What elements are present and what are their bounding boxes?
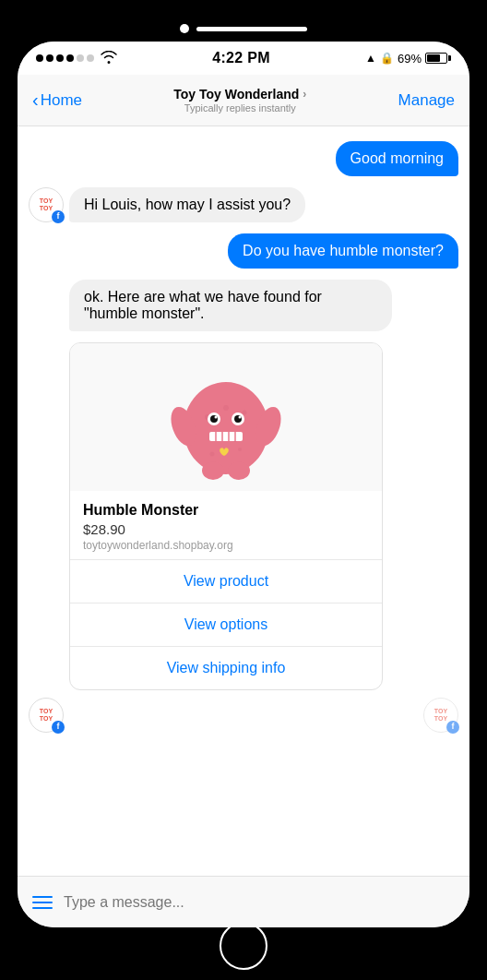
product-card: Humble Monster $28.90 toytoywonderland.s… bbox=[69, 342, 383, 690]
notch-dot bbox=[180, 24, 189, 33]
battery-icon bbox=[425, 53, 451, 64]
signal-area bbox=[36, 51, 117, 66]
top-notch bbox=[161, 16, 326, 42]
monster-illustration bbox=[161, 353, 291, 482]
view-options-button[interactable]: View options bbox=[70, 604, 382, 647]
facebook-badge: f bbox=[52, 210, 65, 223]
message-row-2: TOYTOY f Hi Louis, how may I assist you? bbox=[29, 187, 458, 222]
message-input-bar bbox=[18, 876, 469, 927]
bot-bubble-2: ok. Here are what we have found for "hum… bbox=[69, 280, 392, 331]
notch-bar bbox=[196, 27, 307, 31]
battery-percent: 69% bbox=[398, 52, 422, 66]
svg-rect-16 bbox=[209, 432, 243, 441]
bot-bubble-1: Hi Louis, how may I assist you? bbox=[69, 187, 305, 222]
navigation-bar: ‹ Home Toy Toy Wonderland › Typically re… bbox=[18, 75, 469, 126]
user-bubble-1: Good morning bbox=[336, 141, 458, 176]
menu-line-1 bbox=[32, 896, 53, 898]
menu-line-3 bbox=[32, 907, 53, 909]
signal-dot-2 bbox=[46, 54, 53, 62]
signal-dot-4 bbox=[66, 54, 74, 62]
view-product-button[interactable]: View product bbox=[70, 560, 382, 604]
location-icon: ▲ bbox=[365, 52, 376, 65]
svg-point-15 bbox=[239, 416, 242, 419]
menu-line-2 bbox=[32, 902, 53, 903]
product-info: Humble Monster $28.90 toytoywonderland.s… bbox=[70, 491, 382, 560]
bot-avatar-2: TOYTOY f bbox=[29, 698, 64, 733]
nav-center: Toy Toy Wonderland › Typically replies i… bbox=[173, 87, 306, 114]
home-indicator-area bbox=[220, 927, 267, 964]
back-chevron-icon: ‹ bbox=[32, 90, 39, 111]
view-shipping-button[interactable]: View shipping info bbox=[70, 647, 382, 689]
svg-point-6 bbox=[238, 448, 242, 451]
product-url: toytoywonderland.shopbay.org bbox=[83, 539, 369, 552]
nav-title: Toy Toy Wonderland › bbox=[173, 87, 306, 102]
status-bar: 4:22 PM ▲ 🔒 69% bbox=[18, 42, 469, 75]
status-right-area: ▲ 🔒 69% bbox=[365, 52, 451, 66]
product-name: Humble Monster bbox=[83, 502, 369, 519]
status-time: 4:22 PM bbox=[212, 50, 270, 66]
signal-dot-5 bbox=[77, 54, 84, 62]
svg-point-5 bbox=[210, 452, 215, 457]
svg-point-12 bbox=[215, 416, 218, 419]
nav-chevron-icon: › bbox=[303, 88, 306, 101]
svg-point-21 bbox=[202, 461, 224, 480]
phone-screen: 4:22 PM ▲ 🔒 69% ‹ Home To bbox=[18, 42, 469, 927]
signal-dot-3 bbox=[56, 54, 64, 62]
message-row-3: Do you have humble monster? bbox=[29, 233, 458, 269]
svg-point-7 bbox=[223, 405, 229, 411]
bot-avatar-3: TOYTOY f bbox=[423, 698, 458, 733]
signal-dot-1 bbox=[36, 54, 43, 62]
back-label[interactable]: Home bbox=[41, 91, 82, 110]
avatar-text: TOYTOY bbox=[40, 197, 53, 211]
back-button[interactable]: ‹ Home bbox=[32, 90, 82, 111]
manage-button[interactable]: Manage bbox=[398, 91, 455, 110]
product-image bbox=[70, 343, 382, 491]
svg-point-22 bbox=[228, 461, 250, 480]
svg-point-0 bbox=[184, 382, 268, 474]
facebook-badge-3: f bbox=[446, 721, 459, 734]
lock-icon: 🔒 bbox=[380, 52, 394, 65]
nav-subtitle: Typically replies instantly bbox=[173, 102, 306, 114]
chat-area: Good morning TOYTOY f Hi Louis, how may … bbox=[18, 126, 469, 876]
message-text-input[interactable] bbox=[64, 894, 455, 911]
user-bubble-2: Do you have humble monster? bbox=[228, 233, 458, 269]
bot-avatar-1: TOYTOY f bbox=[29, 187, 64, 222]
facebook-badge-2: f bbox=[52, 721, 65, 734]
home-button[interactable] bbox=[220, 922, 267, 970]
svg-point-2 bbox=[243, 411, 247, 415]
bottom-avatars-row: TOYTOY f TOYTOY f bbox=[29, 698, 458, 733]
phone-frame: 4:22 PM ▲ 🔒 69% ‹ Home To bbox=[0, 0, 487, 980]
wifi-icon bbox=[101, 51, 117, 66]
menu-button[interactable] bbox=[32, 896, 53, 909]
message-row-1: Good morning bbox=[29, 141, 458, 176]
message-row-4: ok. Here are what we have found for "hum… bbox=[29, 280, 458, 331]
signal-dot-6 bbox=[87, 54, 94, 62]
product-price: $28.90 bbox=[83, 521, 369, 537]
